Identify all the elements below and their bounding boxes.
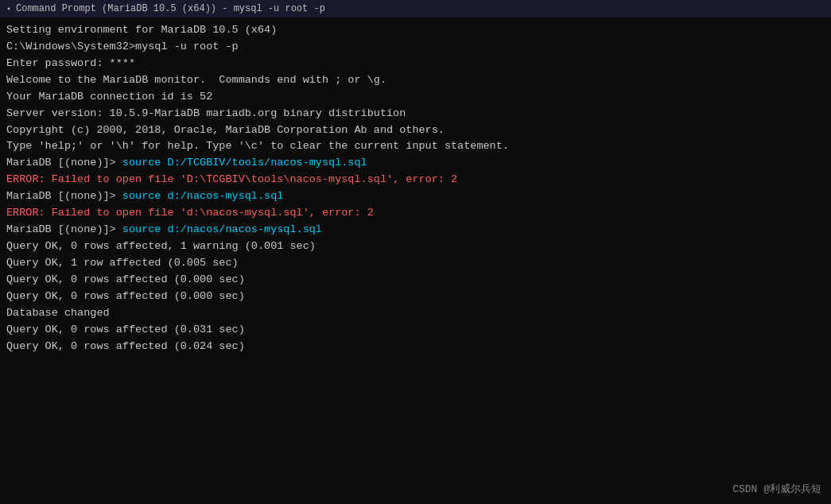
terminal-line: ERROR: Failed to open file 'd:\nacos-mys… [6,205,825,222]
terminal-line: Query OK, 0 rows affected (0.000 sec) [6,289,825,305]
terminal-line: Enter password: **** [6,56,825,72]
title-bar: ▪ Command Prompt (MariaDB 10.5 (x64)) - … [0,0,831,17]
terminal-line: Server version: 10.5.9-MariaDB mariadb.o… [6,106,825,122]
terminal-line: MariaDB [(none)]> source d:/nacos/nacos-… [6,222,825,238]
terminal-icon: ▪ [6,5,11,14]
terminal-body: Setting environment for MariaDB 10.5 (x6… [0,17,831,504]
terminal-line: MariaDB [(none)]> source d:/nacos-mysql.… [6,188,825,205]
terminal-line: Setting environment for MariaDB 10.5 (x6… [6,22,825,39]
terminal-line: Query OK, 0 rows affected (0.000 sec) [6,272,825,289]
watermark: CSDN @利威尔兵短 [732,482,821,496]
terminal-line: Copyright (c) 2000, 2018, Oracle, MariaD… [6,122,825,139]
terminal-line: Type 'help;' or '\h' for help. Type '\c'… [6,138,825,155]
terminal-line: Welcome to the MariaDB monitor. Commands… [6,72,825,89]
terminal-line: C:\Windows\System32>mysql -u root -p [6,39,825,56]
terminal-line: ERROR: Failed to open file 'D:\TCGBIV\to… [6,172,825,188]
terminal-line: Query OK, 1 row affected (0.005 sec) [6,255,825,272]
title-text: Command Prompt (MariaDB 10.5 (x64)) - my… [16,3,325,14]
terminal-line: Query OK, 0 rows affected (0.024 sec) [6,339,825,355]
terminal-line: Query OK, 0 rows affected, 1 warning (0.… [6,238,825,255]
terminal-line: Your MariaDB connection id is 52 [6,89,825,106]
terminal-line: Database changed [6,305,825,322]
terminal-line: Query OK, 0 rows affected (0.031 sec) [6,322,825,339]
terminal-line: MariaDB [(none)]> source D:/TCGBIV/tools… [6,155,825,172]
